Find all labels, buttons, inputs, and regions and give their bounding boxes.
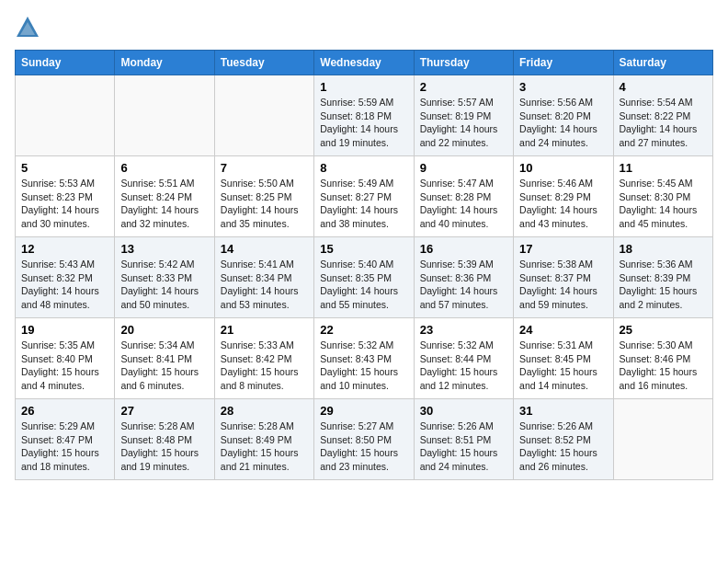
calendar-header-wednesday: Wednesday	[314, 51, 414, 75]
day-info: Sunrise: 5:41 AMSunset: 8:34 PMDaylight:…	[221, 258, 308, 312]
calendar-cell	[115, 75, 214, 156]
calendar-cell: 30Sunrise: 5:26 AMSunset: 8:51 PMDayligh…	[414, 399, 513, 480]
calendar-header-row: SundayMondayTuesdayWednesdayThursdayFrid…	[16, 51, 713, 75]
day-info: Sunrise: 5:50 AMSunset: 8:25 PMDaylight:…	[221, 177, 308, 231]
day-number: 7	[221, 161, 308, 175]
day-info: Sunrise: 5:35 AMSunset: 8:40 PMDaylight:…	[21, 339, 108, 393]
day-info: Sunrise: 5:56 AMSunset: 8:20 PMDaylight:…	[519, 96, 607, 150]
day-number: 5	[21, 161, 108, 175]
calendar-cell: 5Sunrise: 5:53 AMSunset: 8:23 PMDaylight…	[16, 156, 115, 237]
logo-icon	[15, 15, 40, 40]
day-info: Sunrise: 5:36 AMSunset: 8:39 PMDaylight:…	[620, 258, 707, 312]
calendar-cell: 12Sunrise: 5:43 AMSunset: 8:32 PMDayligh…	[16, 237, 115, 318]
day-number: 30	[420, 404, 507, 418]
calendar-cell: 28Sunrise: 5:28 AMSunset: 8:49 PMDayligh…	[214, 399, 313, 480]
day-number: 25	[620, 323, 707, 337]
day-number: 2	[420, 80, 507, 94]
calendar-header-monday: Monday	[115, 51, 214, 75]
calendar-cell: 24Sunrise: 5:31 AMSunset: 8:45 PMDayligh…	[514, 318, 613, 399]
day-number: 16	[420, 242, 507, 256]
calendar-cell	[214, 75, 313, 156]
day-number: 6	[120, 161, 208, 175]
calendar-cell: 11Sunrise: 5:45 AMSunset: 8:30 PMDayligh…	[613, 156, 712, 237]
day-number: 21	[221, 323, 308, 337]
calendar-cell: 4Sunrise: 5:54 AMSunset: 8:22 PMDaylight…	[613, 75, 712, 156]
day-info: Sunrise: 5:38 AMSunset: 8:37 PMDaylight:…	[519, 258, 607, 312]
day-info: Sunrise: 5:32 AMSunset: 8:43 PMDaylight:…	[320, 339, 407, 393]
day-number: 31	[519, 404, 607, 418]
day-number: 20	[120, 323, 208, 337]
day-info: Sunrise: 5:33 AMSunset: 8:42 PMDaylight:…	[221, 339, 308, 393]
day-number: 9	[420, 161, 507, 175]
day-info: Sunrise: 5:39 AMSunset: 8:36 PMDaylight:…	[420, 258, 507, 312]
day-info: Sunrise: 5:46 AMSunset: 8:29 PMDaylight:…	[519, 177, 607, 231]
day-info: Sunrise: 5:28 AMSunset: 8:48 PMDaylight:…	[120, 419, 208, 474]
day-info: Sunrise: 5:53 AMSunset: 8:23 PMDaylight:…	[21, 177, 108, 231]
calendar-cell: 18Sunrise: 5:36 AMSunset: 8:39 PMDayligh…	[613, 237, 712, 318]
calendar-cell: 1Sunrise: 5:59 AMSunset: 8:18 PMDaylight…	[314, 75, 414, 156]
calendar-cell: 2Sunrise: 5:57 AMSunset: 8:19 PMDaylight…	[414, 75, 513, 156]
day-number: 19	[21, 323, 108, 337]
day-number: 24	[519, 323, 607, 337]
day-info: Sunrise: 5:30 AMSunset: 8:46 PMDaylight:…	[620, 339, 707, 393]
day-info: Sunrise: 5:42 AMSunset: 8:33 PMDaylight:…	[120, 258, 208, 312]
calendar-cell: 6Sunrise: 5:51 AMSunset: 8:24 PMDaylight…	[115, 156, 214, 237]
day-number: 15	[320, 242, 407, 256]
day-number: 27	[120, 404, 208, 418]
calendar-cell: 8Sunrise: 5:49 AMSunset: 8:27 PMDaylight…	[314, 156, 414, 237]
day-info: Sunrise: 5:31 AMSunset: 8:45 PMDaylight:…	[519, 339, 607, 393]
calendar-header-tuesday: Tuesday	[214, 51, 313, 75]
day-info: Sunrise: 5:29 AMSunset: 8:47 PMDaylight:…	[21, 419, 108, 474]
calendar-cell: 20Sunrise: 5:34 AMSunset: 8:41 PMDayligh…	[115, 318, 214, 399]
calendar-header-friday: Friday	[514, 51, 613, 75]
calendar-table: SundayMondayTuesdayWednesdayThursdayFrid…	[15, 50, 713, 480]
day-info: Sunrise: 5:54 AMSunset: 8:22 PMDaylight:…	[620, 96, 707, 150]
calendar-cell: 22Sunrise: 5:32 AMSunset: 8:43 PMDayligh…	[314, 318, 414, 399]
day-number: 10	[519, 161, 607, 175]
day-number: 8	[320, 161, 407, 175]
day-number: 22	[320, 323, 407, 337]
calendar-cell: 25Sunrise: 5:30 AMSunset: 8:46 PMDayligh…	[613, 318, 712, 399]
logo	[15, 15, 44, 40]
day-info: Sunrise: 5:47 AMSunset: 8:28 PMDaylight:…	[420, 177, 507, 231]
calendar-cell	[613, 399, 712, 480]
calendar-cell: 14Sunrise: 5:41 AMSunset: 8:34 PMDayligh…	[214, 237, 313, 318]
calendar-cell: 27Sunrise: 5:28 AMSunset: 8:48 PMDayligh…	[115, 399, 214, 480]
calendar-week-row: 19Sunrise: 5:35 AMSunset: 8:40 PMDayligh…	[16, 318, 713, 399]
day-number: 13	[120, 242, 208, 256]
page-header	[15, 15, 713, 40]
calendar-header-saturday: Saturday	[613, 51, 712, 75]
day-info: Sunrise: 5:26 AMSunset: 8:51 PMDaylight:…	[420, 419, 507, 474]
day-number: 29	[320, 404, 407, 418]
calendar-header-sunday: Sunday	[16, 51, 115, 75]
calendar-header-thursday: Thursday	[414, 51, 513, 75]
day-info: Sunrise: 5:32 AMSunset: 8:44 PMDaylight:…	[420, 339, 507, 393]
calendar-week-row: 12Sunrise: 5:43 AMSunset: 8:32 PMDayligh…	[16, 237, 713, 318]
day-number: 3	[519, 80, 607, 94]
calendar-cell: 19Sunrise: 5:35 AMSunset: 8:40 PMDayligh…	[16, 318, 115, 399]
day-number: 11	[620, 161, 707, 175]
calendar-week-row: 1Sunrise: 5:59 AMSunset: 8:18 PMDaylight…	[16, 75, 713, 156]
calendar-cell: 15Sunrise: 5:40 AMSunset: 8:35 PMDayligh…	[314, 237, 414, 318]
day-info: Sunrise: 5:28 AMSunset: 8:49 PMDaylight:…	[221, 419, 308, 474]
calendar-cell: 17Sunrise: 5:38 AMSunset: 8:37 PMDayligh…	[514, 237, 613, 318]
day-info: Sunrise: 5:57 AMSunset: 8:19 PMDaylight:…	[420, 96, 507, 150]
day-info: Sunrise: 5:59 AMSunset: 8:18 PMDaylight:…	[320, 96, 407, 150]
day-number: 4	[620, 80, 707, 94]
calendar-cell: 31Sunrise: 5:26 AMSunset: 8:52 PMDayligh…	[514, 399, 613, 480]
day-number: 1	[320, 80, 407, 94]
day-number: 18	[620, 242, 707, 256]
calendar-cell: 7Sunrise: 5:50 AMSunset: 8:25 PMDaylight…	[214, 156, 313, 237]
day-number: 23	[420, 323, 507, 337]
calendar-cell	[16, 75, 115, 156]
calendar-cell: 10Sunrise: 5:46 AMSunset: 8:29 PMDayligh…	[514, 156, 613, 237]
calendar-cell: 13Sunrise: 5:42 AMSunset: 8:33 PMDayligh…	[115, 237, 214, 318]
calendar-week-row: 26Sunrise: 5:29 AMSunset: 8:47 PMDayligh…	[16, 399, 713, 480]
calendar-cell: 16Sunrise: 5:39 AMSunset: 8:36 PMDayligh…	[414, 237, 513, 318]
day-info: Sunrise: 5:27 AMSunset: 8:50 PMDaylight:…	[320, 419, 407, 474]
day-info: Sunrise: 5:26 AMSunset: 8:52 PMDaylight:…	[519, 419, 607, 474]
day-info: Sunrise: 5:49 AMSunset: 8:27 PMDaylight:…	[320, 177, 407, 231]
calendar-week-row: 5Sunrise: 5:53 AMSunset: 8:23 PMDaylight…	[16, 156, 713, 237]
day-info: Sunrise: 5:51 AMSunset: 8:24 PMDaylight:…	[120, 177, 208, 231]
calendar-cell: 23Sunrise: 5:32 AMSunset: 8:44 PMDayligh…	[414, 318, 513, 399]
